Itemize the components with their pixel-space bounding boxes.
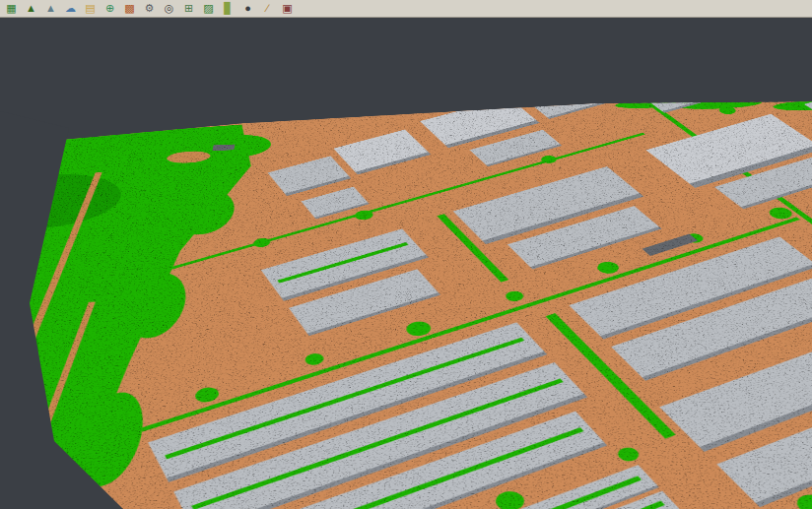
terrain-icon[interactable]: ▲ (22, 0, 40, 17)
snapshot-icon[interactable]: ▣ (278, 0, 297, 17)
slope-icon[interactable]: ▲ (41, 0, 60, 17)
histogram-icon[interactable]: ▊ (219, 0, 237, 17)
sphere-icon[interactable]: ● (238, 0, 257, 17)
point-cloud-icon[interactable]: ☁ (61, 0, 80, 17)
mesh-icon[interactable]: ▩ (120, 0, 139, 17)
classify-icon[interactable]: ▨ (199, 0, 218, 17)
point-cloud-scene (0, 79, 812, 509)
point-noise-overlay (0, 79, 812, 509)
main-toolbar: ▦▲▲☁▤⊕▩⚙◎⊞▨▊●∕▣ (0, 0, 812, 18)
settings-icon[interactable]: ⚙ (140, 0, 159, 17)
application-window: ▦▲▲☁▤⊕▩⚙◎⊞▨▊●∕▣ (0, 0, 812, 509)
measure-icon[interactable]: ∕ (258, 0, 277, 17)
3d-viewport[interactable] (0, 18, 812, 509)
color-table-icon[interactable]: ▤ (81, 0, 100, 17)
crosshair-icon[interactable]: ◎ (160, 0, 178, 17)
globe-icon[interactable]: ⊕ (101, 0, 119, 17)
fit-view-icon[interactable]: ⊞ (179, 0, 198, 17)
point-cloud-render (0, 79, 812, 509)
grid-layers-icon[interactable]: ▦ (2, 0, 21, 17)
